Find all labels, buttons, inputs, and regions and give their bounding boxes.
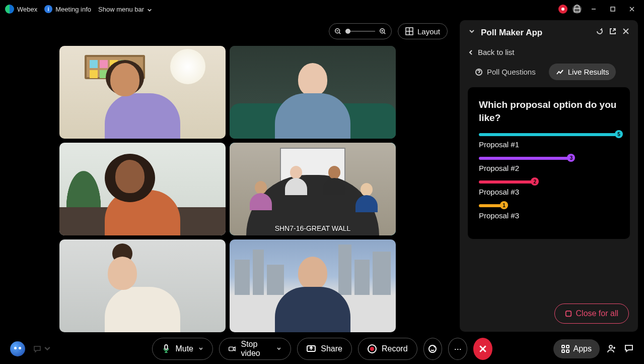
layout-controls: Layout: [329, 23, 448, 39]
tab-poll-questions[interactable]: Poll Questions: [468, 64, 543, 80]
poll-bar-wrap: 5: [479, 133, 619, 136]
panel-tabs: Poll Questions Live Results: [460, 64, 638, 87]
mute-button[interactable]: Mute: [152, 338, 213, 360]
chat-button[interactable]: [624, 343, 634, 355]
poll-option-label: Proposal #1: [479, 140, 619, 149]
svg-point-16: [609, 345, 612, 348]
panel-header: Poll Maker App: [460, 20, 638, 45]
right-controls: Apps: [553, 339, 634, 358]
title-bar: Webex i Meeting info Show menu bar: [0, 0, 644, 18]
video-tile[interactable]: [59, 143, 226, 235]
poll-count-badge: 2: [531, 177, 539, 186]
meeting-info-label: Meeting info: [55, 6, 91, 13]
end-call-button[interactable]: [473, 338, 492, 360]
poll-option-label: Proposal #3: [479, 188, 619, 196]
close-square-icon: [565, 310, 572, 317]
poll-option-label: Proposal #3: [479, 211, 619, 220]
close-panel-icon[interactable]: [622, 27, 630, 38]
info-icon: i: [44, 5, 52, 13]
layout-button[interactable]: Layout: [398, 23, 448, 39]
svg-rect-14: [562, 350, 564, 352]
apps-grid-icon: [561, 345, 569, 353]
video-icon: [229, 344, 236, 353]
video-tile[interactable]: [230, 239, 396, 332]
back-label: Back to list: [478, 48, 515, 56]
poll-option: 1Proposal #3: [479, 204, 619, 220]
poll-option: 2Proposal #3: [479, 180, 619, 196]
poll-option-label: Proposal #2: [479, 164, 619, 172]
record-button[interactable]: Record: [358, 338, 417, 360]
svg-point-10: [370, 347, 374, 351]
chevron-down-icon[interactable]: [198, 344, 203, 353]
webex-logo-icon: [5, 5, 14, 14]
poll-option: 5Proposal #1: [479, 133, 619, 149]
video-tile-label: SHN7-16-GREAT WALL: [230, 224, 396, 232]
chevron-down-icon[interactable]: [276, 344, 281, 353]
control-bar: Mute Stop video Share Record ··· Apps: [0, 334, 644, 364]
video-grid: SHN7-16-GREAT WALL: [59, 46, 397, 332]
share-screen-icon: [307, 344, 316, 353]
poll-bar-wrap: 2: [479, 180, 619, 184]
svg-rect-5: [565, 311, 571, 317]
app-name: Webex: [17, 6, 37, 13]
share-button[interactable]: Share: [297, 338, 352, 360]
question-icon: [475, 68, 483, 76]
svg-rect-12: [562, 345, 564, 348]
show-menu-bar-button[interactable]: Show menu bar: [98, 6, 152, 13]
speech-bubble-icon: [33, 345, 41, 353]
video-tile[interactable]: [59, 239, 226, 332]
video-tile-active[interactable]: SHN7-16-GREAT WALL: [230, 143, 396, 235]
poll-bar: [479, 180, 535, 184]
stop-video-button[interactable]: Stop video: [219, 338, 291, 360]
layout-label: Layout: [417, 27, 440, 36]
poll-bar-wrap: 3: [479, 157, 619, 160]
meeting-info-button[interactable]: i Meeting info: [44, 5, 91, 13]
back-to-list-button[interactable]: Back to list: [460, 45, 638, 64]
ai-assistant-icon[interactable]: [10, 341, 25, 356]
zoom-control[interactable]: [329, 23, 392, 39]
refresh-icon[interactable]: [596, 27, 604, 38]
zoom-slider[interactable]: [345, 31, 375, 32]
results-icon: [556, 68, 564, 76]
poll-bar-wrap: 1: [479, 204, 619, 207]
smiley-icon: [428, 344, 437, 353]
video-tile[interactable]: [230, 46, 396, 139]
more-options-button[interactable]: ···: [448, 338, 467, 360]
close-for-all-button[interactable]: Close for all: [554, 304, 629, 324]
poll-bar: [479, 157, 571, 160]
reactions-button[interactable]: [423, 338, 443, 360]
video-tile[interactable]: [59, 46, 226, 139]
video-area: Layout: [0, 18, 458, 334]
mute-label: Mute: [175, 344, 193, 353]
poll-count-badge: 5: [615, 130, 623, 138]
window-minimize-button[interactable]: [587, 2, 601, 16]
recording-indicator-icon: [558, 5, 567, 14]
captions-toggle[interactable]: [33, 345, 51, 353]
window-maximize-button[interactable]: [606, 2, 620, 16]
participants-button[interactable]: [607, 343, 617, 355]
svg-rect-6: [165, 345, 167, 349]
stop-video-label: Stop video: [241, 340, 271, 358]
svg-rect-7: [229, 347, 234, 350]
record-label: Record: [382, 344, 408, 353]
popout-icon[interactable]: [609, 27, 617, 38]
chevron-left-icon: [468, 49, 474, 55]
microphone-icon: [161, 344, 170, 353]
app-brand: Webex: [5, 5, 37, 14]
apps-label: Apps: [574, 344, 592, 353]
tab-questions-label: Poll Questions: [487, 68, 536, 76]
svg-rect-15: [566, 350, 569, 352]
chevron-down-icon: [43, 345, 51, 353]
poll-panel: Poll Maker App Back to list Poll Questio…: [460, 20, 638, 332]
record-icon: [368, 344, 377, 353]
layout-grid-icon: [405, 27, 413, 35]
poll-question: Which proposal option do you like?: [479, 98, 619, 124]
tab-live-results[interactable]: Live Results: [549, 64, 616, 80]
svg-rect-0: [611, 7, 615, 11]
poll-bar: [479, 133, 619, 136]
collapse-panel-icon[interactable]: [468, 27, 476, 38]
apps-button[interactable]: Apps: [553, 339, 600, 358]
window-close-button[interactable]: [625, 2, 639, 16]
encryption-icon: [573, 5, 582, 14]
poll-results-card: Which proposal option do you like? 5Prop…: [468, 87, 630, 239]
